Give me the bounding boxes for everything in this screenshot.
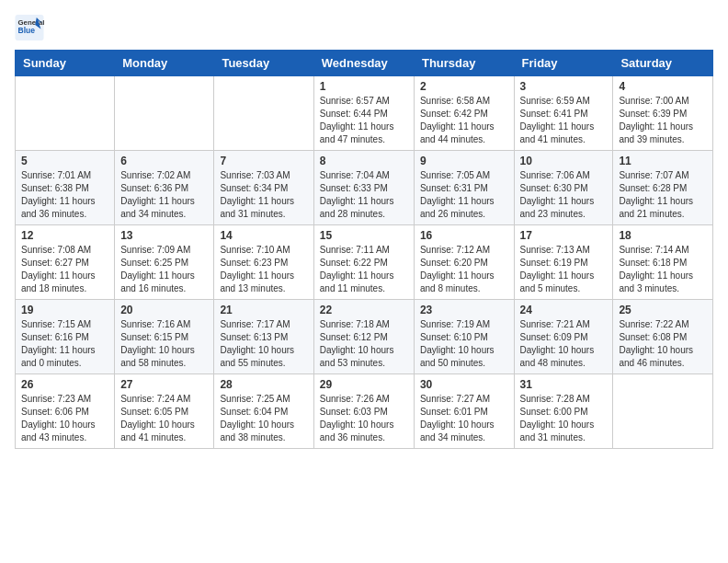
calendar-cell: 25Sunrise: 7:22 AM Sunset: 6:08 PM Dayli…: [613, 300, 713, 374]
day-info: Sunrise: 7:12 AM Sunset: 6:20 PM Dayligh…: [420, 244, 508, 295]
day-info: Sunrise: 7:27 AM Sunset: 6:01 PM Dayligh…: [420, 393, 508, 444]
calendar-cell: 14Sunrise: 7:10 AM Sunset: 6:23 PM Dayli…: [214, 225, 313, 300]
calendar-cell: 30Sunrise: 7:27 AM Sunset: 6:01 PM Dayli…: [414, 374, 514, 449]
day-info: Sunrise: 7:26 AM Sunset: 6:03 PM Dayligh…: [320, 393, 408, 444]
calendar-cell: 26Sunrise: 7:23 AM Sunset: 6:06 PM Dayli…: [16, 374, 115, 449]
day-number: 25: [619, 304, 707, 316]
calendar-cell: 16Sunrise: 7:12 AM Sunset: 6:20 PM Dayli…: [414, 225, 514, 300]
calendar-cell: 19Sunrise: 7:15 AM Sunset: 6:16 PM Dayli…: [16, 300, 115, 374]
calendar-cell: 17Sunrise: 7:13 AM Sunset: 6:19 PM Dayli…: [514, 225, 613, 300]
logo: General Blue: [15, 15, 44, 40]
day-number: 23: [420, 304, 508, 316]
week-row-0: 1Sunrise: 6:57 AM Sunset: 6:44 PM Daylig…: [16, 76, 713, 151]
day-number: 7: [220, 155, 307, 167]
day-info: Sunrise: 7:25 AM Sunset: 6:04 PM Dayligh…: [220, 393, 307, 444]
day-info: Sunrise: 7:22 AM Sunset: 6:08 PM Dayligh…: [619, 318, 707, 370]
day-number: 16: [420, 229, 508, 242]
weekday-header-wednesday: Wednesday: [313, 51, 414, 76]
calendar-cell: 6Sunrise: 7:02 AM Sunset: 6:36 PM Daylig…: [115, 151, 214, 225]
calendar-cell: 8Sunrise: 7:04 AM Sunset: 6:33 PM Daylig…: [313, 151, 414, 225]
day-info: Sunrise: 7:16 AM Sunset: 6:15 PM Dayligh…: [120, 318, 208, 370]
calendar-cell: 4Sunrise: 7:00 AM Sunset: 6:39 PM Daylig…: [613, 76, 713, 151]
day-number: 12: [21, 229, 108, 242]
day-info: Sunrise: 7:00 AM Sunset: 6:39 PM Dayligh…: [619, 95, 707, 146]
calendar-cell: 21Sunrise: 7:17 AM Sunset: 6:13 PM Dayli…: [214, 300, 313, 374]
calendar-cell: 10Sunrise: 7:06 AM Sunset: 6:30 PM Dayli…: [514, 151, 613, 225]
day-number: 19: [21, 304, 108, 316]
day-number: 21: [220, 304, 307, 316]
day-number: 10: [520, 155, 608, 167]
day-info: Sunrise: 7:03 AM Sunset: 6:34 PM Dayligh…: [220, 169, 307, 221]
day-number: 29: [320, 378, 408, 391]
weekday-header-saturday: Saturday: [613, 51, 713, 76]
calendar-cell: 11Sunrise: 7:07 AM Sunset: 6:28 PM Dayli…: [613, 151, 713, 225]
day-info: Sunrise: 7:28 AM Sunset: 6:00 PM Dayligh…: [520, 393, 608, 444]
day-number: 6: [120, 155, 208, 167]
day-info: Sunrise: 7:09 AM Sunset: 6:25 PM Dayligh…: [120, 244, 208, 295]
weekday-header-row: SundayMondayTuesdayWednesdayThursdayFrid…: [16, 51, 713, 76]
day-number: 9: [420, 155, 508, 167]
calendar-cell: 7Sunrise: 7:03 AM Sunset: 6:34 PM Daylig…: [214, 151, 313, 225]
calendar-cell: 20Sunrise: 7:16 AM Sunset: 6:15 PM Dayli…: [115, 300, 214, 374]
day-info: Sunrise: 7:05 AM Sunset: 6:31 PM Dayligh…: [420, 169, 508, 221]
calendar-cell: [115, 76, 214, 151]
day-number: 26: [21, 378, 108, 391]
day-info: Sunrise: 7:24 AM Sunset: 6:05 PM Dayligh…: [120, 393, 208, 444]
weekday-header-tuesday: Tuesday: [214, 51, 313, 76]
svg-text:Blue: Blue: [18, 26, 36, 35]
day-info: Sunrise: 7:15 AM Sunset: 6:16 PM Dayligh…: [21, 318, 108, 370]
day-number: 8: [320, 155, 408, 167]
day-info: Sunrise: 7:07 AM Sunset: 6:28 PM Dayligh…: [619, 169, 707, 221]
day-number: 4: [619, 80, 707, 93]
weekday-header-monday: Monday: [115, 51, 214, 76]
day-info: Sunrise: 7:17 AM Sunset: 6:13 PM Dayligh…: [220, 318, 307, 370]
calendar-cell: 24Sunrise: 7:21 AM Sunset: 6:09 PM Dayli…: [514, 300, 613, 374]
calendar-cell: 3Sunrise: 6:59 AM Sunset: 6:41 PM Daylig…: [514, 76, 613, 151]
day-number: 30: [420, 378, 508, 391]
day-info: Sunrise: 7:11 AM Sunset: 6:22 PM Dayligh…: [320, 244, 408, 295]
weekday-header-thursday: Thursday: [414, 51, 514, 76]
day-info: Sunrise: 7:10 AM Sunset: 6:23 PM Dayligh…: [220, 244, 307, 295]
day-info: Sunrise: 7:19 AM Sunset: 6:10 PM Dayligh…: [420, 318, 508, 370]
calendar-cell: 18Sunrise: 7:14 AM Sunset: 6:18 PM Dayli…: [613, 225, 713, 300]
calendar-cell: 27Sunrise: 7:24 AM Sunset: 6:05 PM Dayli…: [115, 374, 214, 449]
day-number: 18: [619, 229, 707, 242]
day-number: 28: [220, 378, 307, 391]
day-info: Sunrise: 7:13 AM Sunset: 6:19 PM Dayligh…: [520, 244, 608, 295]
logo-icon: General Blue: [15, 15, 44, 40]
calendar-cell: [16, 76, 115, 151]
calendar-cell: 12Sunrise: 7:08 AM Sunset: 6:27 PM Dayli…: [16, 225, 115, 300]
calendar-cell: 5Sunrise: 7:01 AM Sunset: 6:38 PM Daylig…: [16, 151, 115, 225]
day-info: Sunrise: 7:02 AM Sunset: 6:36 PM Dayligh…: [120, 169, 208, 221]
weekday-header-friday: Friday: [514, 51, 613, 76]
day-number: 2: [420, 80, 508, 93]
day-number: 11: [619, 155, 707, 167]
day-info: Sunrise: 6:58 AM Sunset: 6:42 PM Dayligh…: [420, 95, 508, 146]
day-info: Sunrise: 7:06 AM Sunset: 6:30 PM Dayligh…: [520, 169, 608, 221]
weekday-header-sunday: Sunday: [16, 51, 115, 76]
calendar-cell: 23Sunrise: 7:19 AM Sunset: 6:10 PM Dayli…: [414, 300, 514, 374]
calendar-cell: 2Sunrise: 6:58 AM Sunset: 6:42 PM Daylig…: [414, 76, 514, 151]
day-number: 14: [220, 229, 307, 242]
day-number: 15: [320, 229, 408, 242]
week-row-1: 5Sunrise: 7:01 AM Sunset: 6:38 PM Daylig…: [16, 151, 713, 225]
calendar-cell: 13Sunrise: 7:09 AM Sunset: 6:25 PM Dayli…: [115, 225, 214, 300]
day-number: 31: [520, 378, 608, 391]
week-row-2: 12Sunrise: 7:08 AM Sunset: 6:27 PM Dayli…: [16, 225, 713, 300]
week-row-3: 19Sunrise: 7:15 AM Sunset: 6:16 PM Dayli…: [16, 300, 713, 374]
day-info: Sunrise: 7:14 AM Sunset: 6:18 PM Dayligh…: [619, 244, 707, 295]
day-info: Sunrise: 6:59 AM Sunset: 6:41 PM Dayligh…: [520, 95, 608, 146]
day-number: 1: [320, 80, 408, 93]
calendar-cell: 29Sunrise: 7:26 AM Sunset: 6:03 PM Dayli…: [313, 374, 414, 449]
day-info: Sunrise: 7:04 AM Sunset: 6:33 PM Dayligh…: [320, 169, 408, 221]
calendar-cell: [613, 374, 713, 449]
calendar-cell: 1Sunrise: 6:57 AM Sunset: 6:44 PM Daylig…: [313, 76, 414, 151]
calendar-cell: 15Sunrise: 7:11 AM Sunset: 6:22 PM Dayli…: [313, 225, 414, 300]
day-info: Sunrise: 7:21 AM Sunset: 6:09 PM Dayligh…: [520, 318, 608, 370]
day-number: 13: [120, 229, 208, 242]
day-number: 17: [520, 229, 608, 242]
day-info: Sunrise: 7:08 AM Sunset: 6:27 PM Dayligh…: [21, 244, 108, 295]
day-info: Sunrise: 6:57 AM Sunset: 6:44 PM Dayligh…: [320, 95, 408, 146]
calendar-cell: [214, 76, 313, 151]
calendar-cell: 28Sunrise: 7:25 AM Sunset: 6:04 PM Dayli…: [214, 374, 313, 449]
